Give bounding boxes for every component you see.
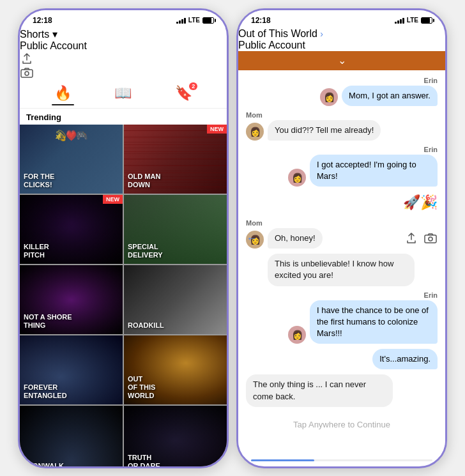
grid-item-truth-or-dare[interactable]: TRUTHOR DARE <box>124 406 227 466</box>
grid-item-title: SPECIALDELIVERY <box>128 243 163 259</box>
left-header-title: Shorts ▾ <box>20 28 227 40</box>
grid-item-title: FOREVERENTANGLED <box>24 383 67 400</box>
svg-rect-2 <box>425 235 436 243</box>
bubble-erin-2: I got accepted! I'm going to Mars! <box>310 155 438 187</box>
more-arrow: › <box>320 29 323 39</box>
msg-row-erin-3: I have the chance to be one of the first… <box>288 300 438 344</box>
tap-anywhere-label[interactable]: Tap Anywhere to Continue <box>246 412 438 432</box>
grid-item-title: TRUTHOR DARE <box>128 454 160 466</box>
back-button[interactable]: ← <box>246 231 257 245</box>
msg-group-standalone-2: The only thing is ... I can never come b… <box>246 374 438 406</box>
chat-area[interactable]: Erin Mom, I got an answer. 👩 Mom 👩 You d… <box>238 70 445 457</box>
right-header-icons <box>404 231 438 245</box>
msg-group-standalone-1: It's...amazing. <box>246 349 438 369</box>
new-badge-2: NEW <box>103 195 123 204</box>
bubble-mom-3: This is unbelievable! I know how excited… <box>268 254 415 286</box>
status-bar-right: 12:18 LTE <box>238 10 445 28</box>
new-badge: NEW <box>207 125 227 134</box>
grid-item-title: ROADKILL <box>128 321 164 330</box>
book-icon: 📖 <box>114 85 132 102</box>
msg-row-mom-1: 👩 You did?!? Tell me already! <box>246 120 381 141</box>
grid-item-old-man-down[interactable]: NEW OLD MANDOWN <box>124 125 227 194</box>
grid-item-not-a-shore-thing[interactable]: NOT A SHORETHING <box>20 265 123 334</box>
msg-sender-erin-2: Erin <box>424 146 438 153</box>
msg-group-erin-1: Erin Mom, I got an answer. 👩 <box>246 77 438 106</box>
grid-item-special-delivery[interactable]: SPECIALDELIVERY <box>124 195 227 264</box>
bubble-mom-1: You did?!? Tell me already! <box>268 120 381 141</box>
svg-rect-0 <box>21 70 33 77</box>
bubble-standalone-1: It's...amazing. <box>372 349 438 369</box>
progress-bar-fill <box>251 459 314 461</box>
dropdown-arrow[interactable]: ▾ <box>52 29 57 40</box>
avatar-mom: 👩 <box>246 123 264 141</box>
avatar-erin: 👩 <box>320 88 338 106</box>
right-header: ← Out of This World › Public Account <box>238 28 445 51</box>
lte-label-right: LTE <box>407 17 418 24</box>
signal-icon-right <box>395 17 404 24</box>
tab-book[interactable]: 📖 <box>114 85 132 105</box>
chevron-down-icon[interactable]: ⌄ <box>338 54 346 66</box>
content-grid: 💫❤️🎮 FOR THECLICKS! NEW OLD MANDOWN NEW … <box>20 125 227 466</box>
grid-item-title: KILLERPITCH <box>24 243 49 259</box>
grid-item-title: OLD MANDOWN <box>128 173 160 189</box>
grid-item-forever-entangled[interactable]: FOREVERENTANGLED <box>20 335 123 404</box>
share-icon[interactable] <box>20 52 34 66</box>
tab-bookmark[interactable]: 🔖 2 <box>175 85 192 105</box>
bubble-erin-1: Mom, I got an answer. <box>342 86 438 106</box>
nav-tabs: 🔥 📖 🔖 2 <box>20 80 227 109</box>
msg-row-erin-1: Mom, I got an answer. 👩 <box>320 86 438 106</box>
left-header: Shorts ▾ Public Account <box>20 28 227 80</box>
msg-group-mom-1: Mom 👩 You did?!? Tell me already! <box>246 111 438 141</box>
time-right: 12:18 <box>251 16 271 25</box>
lte-label: LTE <box>188 17 200 24</box>
msg-row-emoji: 🚀🎉 <box>403 192 438 214</box>
status-icons-left: LTE <box>176 17 214 24</box>
msg-group-mom-3: This is unbelievable! I know how excited… <box>246 254 438 286</box>
grid-item-title: OUTOF THISWORLD <box>128 375 155 401</box>
camera-icon[interactable] <box>20 66 34 80</box>
battery-icon-right <box>421 17 432 24</box>
msg-group-erin-2: Erin I got accepted! I'm going to Mars! … <box>246 146 438 187</box>
msg-group-erin-3: Erin I have the chance to be one of the … <box>246 291 438 344</box>
left-header-subtitle: Public Account <box>20 40 227 52</box>
avatar-erin-3: 👩 <box>288 326 306 344</box>
chat-banner: ⌄ <box>238 51 445 70</box>
status-bar-left: 12:18 LTE <box>20 10 227 28</box>
battery-icon <box>202 17 214 24</box>
msg-group-emoji: 🚀🎉 <box>246 192 438 214</box>
grid-item-roadkill[interactable]: ROADKILL <box>124 265 227 334</box>
trending-label: Trending <box>20 109 227 125</box>
flame-icon: 🔥 <box>54 85 72 102</box>
svg-point-3 <box>429 237 432 241</box>
bubble-erin-3: I have the chance to be one of the first… <box>310 300 438 344</box>
grid-item-moonwalk[interactable]: 🌑ONWALK <box>20 406 123 466</box>
bubble-standalone-2: The only thing is ... I can never come b… <box>246 374 393 406</box>
avatar-erin-2: 👩 <box>288 169 306 187</box>
grid-item-title: NOT A SHORETHING <box>24 313 72 330</box>
msg-sender-erin-3: Erin <box>424 291 438 299</box>
left-header-icons <box>20 52 227 80</box>
left-phone: 12:18 LTE Shorts ▾ <box>18 8 229 468</box>
tab-flame[interactable]: 🔥 <box>54 85 72 105</box>
grid-item-killer-pitch[interactable]: NEW KILLERPITCH <box>20 195 123 264</box>
right-phone: 12:18 LTE ← Out of This World <box>236 8 447 468</box>
msg-sender-mom-2: Mom <box>246 219 263 227</box>
time-left: 12:18 <box>33 16 52 25</box>
signal-icon <box>176 17 186 24</box>
msg-sender-mom: Mom <box>246 111 263 119</box>
right-header-subtitle: Public Account <box>238 40 445 51</box>
bubble-emoji: 🚀🎉 <box>403 192 438 214</box>
bubble-mom-2: Oh, honey! <box>268 228 323 249</box>
grid-item-for-the-clicks[interactable]: 💫❤️🎮 FOR THECLICKS! <box>20 125 123 194</box>
share-icon-right[interactable] <box>404 231 418 245</box>
status-icons-right: LTE <box>395 17 432 24</box>
grid-item-title: 🌑ONWALK <box>24 462 64 466</box>
camera-icon-right[interactable] <box>423 231 438 245</box>
msg-row-erin-2: I got accepted! I'm going to Mars! 👩 <box>288 155 438 187</box>
bookmark-badge: 2 <box>189 82 197 90</box>
grid-item-title: FOR THECLICKS! <box>24 173 54 189</box>
grid-item-out-of-this-world[interactable]: OUTOF THISWORLD <box>124 335 227 404</box>
right-header-title: Out of This World › <box>238 28 445 40</box>
progress-bar-container <box>251 459 432 461</box>
svg-point-1 <box>25 72 29 75</box>
